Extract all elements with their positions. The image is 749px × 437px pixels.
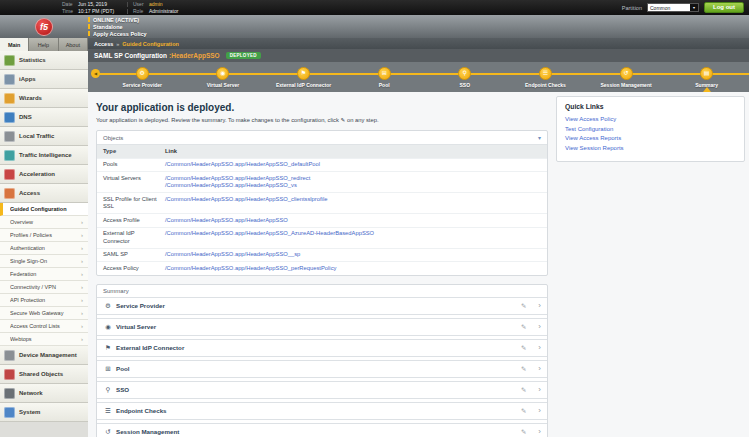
chevron-right-icon[interactable]: › (538, 428, 541, 436)
object-row: Virtual Servers /Common/HeaderAppSSO.app… (97, 171, 547, 192)
date-label: Date (62, 1, 78, 7)
step-pool[interactable]: ⊞ Pool (344, 62, 425, 92)
quick-link-view-access-policy[interactable]: View Access Policy (565, 115, 736, 125)
chevron-right-icon[interactable]: › (538, 344, 541, 352)
object-type: Pools (103, 161, 165, 169)
summary-row-virtual-server[interactable]: ◉ Virtual Server ✎ › (97, 318, 547, 336)
edit-pencil-icon[interactable]: ✎ (521, 386, 526, 394)
summary-row-external-idp-connector[interactable]: ⚑ External IdP Connector ✎ › (97, 339, 547, 357)
object-link[interactable]: /Common/HeaderAppSSO.app/HeaderAppSSO_re… (165, 175, 541, 183)
summary-row-sso[interactable]: ⚲ SSO ✎ › (97, 381, 547, 399)
step-service-provider[interactable]: ⚙ Service Provider (102, 62, 183, 92)
sidebar-item-local-traffic[interactable]: Local Traffic (0, 127, 88, 146)
pool-icon[interactable]: ⊞ (378, 67, 391, 80)
chevron-down-icon: ▾ (690, 4, 698, 11)
page-title: Your application is deployed. (96, 102, 548, 113)
top-system-bar: Date Jun 15, 2019 User admin Time 10:17 … (0, 0, 749, 15)
step-summary[interactable]: ▤ Summary (666, 62, 747, 92)
sidebar-item-api-protection[interactable]: API Protection › (0, 294, 88, 307)
edit-pencil-icon[interactable]: ✎ (521, 407, 526, 415)
sidebar-item-connectivity-vpn[interactable]: Connectivity / VPN › (0, 281, 88, 294)
partition-select[interactable]: Common ▾ (647, 3, 699, 12)
virtual-server-icon[interactable]: ◉ (216, 67, 229, 80)
object-link[interactable]: /Common/HeaderAppSSO.app/HeaderAppSSO_de… (165, 161, 541, 169)
object-link[interactable]: /Common/HeaderAppSSO.app/HeaderAppSSO_Az… (165, 230, 541, 238)
sidebar-item-network[interactable]: Network (0, 384, 88, 403)
sidebar-item-profiles-policies[interactable]: Profiles / Policies › (0, 229, 88, 242)
tab-main[interactable]: Main (0, 38, 29, 51)
summary-icon[interactable]: ▤ (700, 67, 713, 80)
sso-icon[interactable]: ⚲ (458, 67, 471, 80)
collapse-icon[interactable]: ▾ (538, 134, 541, 141)
object-type: SAML SP (103, 251, 165, 259)
summary-panel-title: Summary (103, 288, 129, 294)
summary-row-pool[interactable]: ⊞ Pool ✎ › (97, 360, 547, 378)
sidebar-item-access-control-lists[interactable]: Access Control Lists › (0, 320, 88, 333)
object-link[interactable]: /Common/HeaderAppSSO.app/HeaderAppSSO_pe… (165, 265, 541, 273)
f5-logo: f5 (35, 18, 53, 36)
step-session-management[interactable]: ↺ Session Management (586, 62, 667, 92)
current-step-marker-icon (703, 87, 711, 92)
sidebar-item-access[interactable]: Access (0, 184, 88, 203)
sidebar-item-statistics[interactable]: Statistics (0, 51, 88, 70)
service-provider-icon[interactable]: ⚙ (136, 67, 149, 80)
sidebar-item-dns[interactable]: DNS (0, 108, 88, 127)
endpoint-checks-icon[interactable]: ☰ (539, 67, 552, 80)
object-link[interactable]: /Common/HeaderAppSSO.app/HeaderAppSSO_vs (165, 182, 541, 190)
object-row: SAML SP /Common/HeaderAppSSO.app/HeaderA… (97, 248, 547, 262)
breadcrumb-parent[interactable]: Access (94, 41, 113, 47)
quick-link-view-access-reports[interactable]: View Access Reports (565, 134, 736, 144)
edit-pencil-icon[interactable]: ✎ (521, 323, 526, 331)
stepper-scroll-left-button[interactable]: ◀ (91, 69, 100, 78)
chevron-right-icon[interactable]: › (538, 386, 541, 394)
object-type: Virtual Servers (103, 175, 165, 190)
sidebar-item-federation[interactable]: Federation › (0, 268, 88, 281)
object-link[interactable]: /Common/HeaderAppSSO.app/HeaderAppSSO__s… (165, 251, 541, 259)
logout-button[interactable]: Log out (704, 2, 744, 13)
step-external-idp-connector[interactable]: ⚑ External IdP Connector (263, 62, 344, 92)
step-sso[interactable]: ⚲ SSO (425, 62, 506, 92)
session-management-icon[interactable]: ↺ (620, 67, 633, 80)
quick-link-view-session-reports[interactable]: View Session Reports (565, 144, 736, 154)
sidebar-item-wizards[interactable]: Wizards (0, 89, 88, 108)
chevron-right-icon[interactable]: › (538, 323, 541, 331)
object-link[interactable]: /Common/HeaderAppSSO.app/HeaderAppSSO_cl… (165, 196, 541, 204)
sidebar-item-shared-objects[interactable]: Shared Objects (0, 365, 88, 384)
summary-row-label: External IdP Connector (116, 344, 184, 351)
status-line: ONLINE (ACTIVE) (88, 17, 147, 23)
summary-row-session-management[interactable]: ↺ Session Management ✎ › (97, 423, 547, 437)
sidebar-item-iapps[interactable]: iApps (0, 70, 88, 89)
quick-link-test-configuration[interactable]: Test Configuration (565, 125, 736, 135)
object-link[interactable]: /Common/HeaderAppSSO.app/HeaderAppSSO (165, 217, 541, 225)
sidebar-item-acceleration[interactable]: Acceleration (0, 165, 88, 184)
sidebar-item-secure-web-gateway[interactable]: Secure Web Gateway › (0, 307, 88, 320)
config-title: SAML SP Configuration (94, 52, 167, 59)
sidebar-item-traffic-intelligence[interactable]: Traffic Intelligence (0, 146, 88, 165)
edit-pencil-icon[interactable]: ✎ (521, 302, 526, 310)
step-virtual-server[interactable]: ◉ Virtual Server (183, 62, 264, 92)
tab-help[interactable]: Help (29, 38, 58, 51)
chevron-right-icon[interactable]: › (538, 407, 541, 415)
external-idp-connector-icon[interactable]: ⚑ (297, 67, 310, 80)
sidebar-item-device-management[interactable]: Device Management (0, 346, 88, 365)
chevron-right-icon[interactable]: › (538, 365, 541, 373)
summary-row-service-provider[interactable]: ⚙ Service Provider ✎ › (97, 297, 547, 315)
sidebar-item-authentication[interactable]: Authentication › (0, 242, 88, 255)
summary-row-endpoint-checks[interactable]: ☰ Endpoint Checks ✎ › (97, 402, 547, 420)
edit-pencil-icon[interactable]: ✎ (521, 428, 526, 436)
sidebar-item-overview[interactable]: Overview › (0, 216, 88, 229)
config-title-bar: SAML SP Configuration :HeaderAppSSO DEPL… (88, 49, 749, 62)
sidebar-item-guided-configuration[interactable]: Guided Configuration › (0, 203, 88, 216)
local-traffic-icon (4, 131, 15, 142)
sidebar-item-webtops[interactable]: Webtops › (0, 333, 88, 346)
sidebar-item-system[interactable]: System (0, 403, 88, 422)
sidebar-item-single-sign-on[interactable]: Single Sign-On › (0, 255, 88, 268)
chevron-right-icon[interactable]: › (538, 302, 541, 310)
step-endpoint-checks[interactable]: ☰ Endpoint Checks (505, 62, 586, 92)
edit-pencil-icon[interactable]: ✎ (521, 344, 526, 352)
sidebar: Main Help About Statistics iApps (0, 38, 88, 437)
tab-about[interactable]: About (59, 38, 88, 51)
summary-panel: Summary ⚙ Service Provider ✎ › (96, 284, 548, 437)
objects-table-header: Type Link (97, 144, 547, 158)
edit-pencil-icon[interactable]: ✎ (521, 365, 526, 373)
